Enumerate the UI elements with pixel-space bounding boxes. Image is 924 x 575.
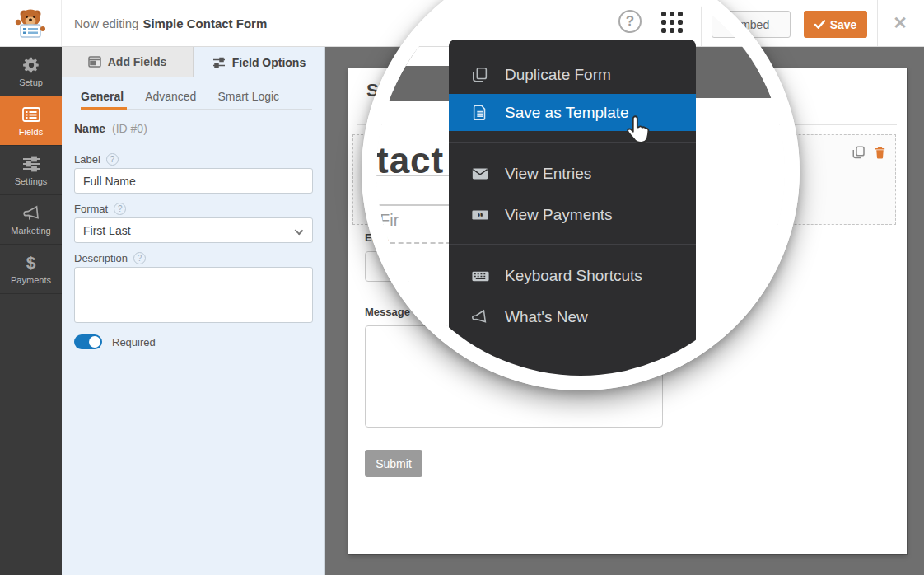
option-subtabs: General Advanced Smart Logic [81,90,279,103]
builder-sidebar: Setup Fields Settings Marketing $ Paymen… [0,47,62,575]
gear-icon [22,55,40,75]
sidebar-item-setup[interactable]: Setup [0,47,62,96]
chevron-down-icon [295,227,304,236]
subtab-advanced[interactable]: Advanced [145,90,196,103]
money-bill-icon: 1 [470,205,490,225]
menu-item-label: Keyboard Shortcuts [505,267,642,285]
field-id: (ID #0) [112,122,147,135]
label-control-label: Label ? [74,153,119,166]
window-icon [88,56,101,68]
duplicate-field-icon[interactable] [852,145,866,160]
menu-divider [449,244,696,245]
check-icon [814,20,825,29]
menu-item-label: View Payments [505,206,613,224]
megaphone-icon [21,203,41,223]
sidebar-item-payments[interactable]: $ Payments [0,245,62,294]
form-actions-grid-icon[interactable] [661,12,683,33]
envelope-icon [470,164,490,184]
sidebar-item-label: Settings [15,176,48,186]
label-input[interactable] [74,168,313,194]
help-icon[interactable]: ? [618,10,642,33]
dollar-icon: $ [26,253,36,273]
message-field-label: Message [365,306,410,318]
field-options-panel: Add Fields Field Options General Advance… [62,47,325,575]
field-heading: Name (ID #0) [74,122,147,135]
form-fields-icon [21,105,41,124]
menu-item-whats-new[interactable]: What's New [449,298,696,336]
delete-field-icon[interactable] [872,145,887,160]
subtab-general[interactable]: General [81,90,124,103]
wpforms-logo [0,0,62,46]
form-actions-dropdown-menu: Duplicate Form Save as Template View Ent… [449,40,696,394]
keyboard-icon [470,266,490,286]
menu-item-label: Duplicate Form [505,66,611,84]
format-select[interactable]: First Last [74,217,313,243]
tab-label: Add Fields [108,55,167,68]
megaphone-icon [470,307,490,327]
now-editing-text: Now editing Simple Contact Form [74,0,267,46]
close-icon[interactable]: ✕ [889,12,911,34]
menu-item-label: Save as Template [505,104,629,122]
help-tooltip-icon[interactable]: ? [133,252,146,264]
save-button-label: Save [830,18,857,31]
menu-item-view-entries[interactable]: View Entries [449,155,696,193]
help-tooltip-icon[interactable]: ? [106,153,119,166]
subtab-smart-logic[interactable]: Smart Logic [217,90,279,103]
menu-item-keyboard-shortcuts[interactable]: Keyboard Shortcuts [449,257,696,295]
menu-item-save-as-template[interactable]: Save as Template [449,94,696,131]
menu-divider [449,142,696,143]
save-button[interactable]: Save [804,11,867,38]
tab-label: Field Options [232,56,306,69]
duplicate-icon [470,65,490,85]
required-label: Required [112,336,156,348]
required-row: Required [74,334,156,349]
sidebar-item-label: Marketing [11,226,50,236]
menu-item-duplicate-form[interactable]: Duplicate Form [449,56,696,94]
embed-button[interactable]: Embed [712,11,791,38]
tab-add-fields[interactable]: Add Fields [62,47,194,77]
editing-form-name: Simple Contact Form [142,16,267,30]
panel-tabs: Add Fields Field Options [62,47,324,77]
sidebar-item-marketing[interactable]: Marketing [0,195,62,245]
sliders-icon [212,57,226,68]
format-selected-value: First Last [83,224,131,237]
menu-item-view-payments[interactable]: 1 View Payments [449,196,696,234]
preview-submit-button[interactable]: Submit [365,450,422,477]
topbar-divider [877,0,878,46]
now-editing-prefix: Now editing [74,16,138,30]
subtab-active-underline [81,107,127,110]
sidebar-item-label: Setup [19,77,43,87]
sidebar-item-settings[interactable]: Settings [0,146,62,195]
description-control-label: Description ? [74,252,146,264]
topbar-divider [701,0,702,46]
sidebar-item-label: Payments [11,275,51,285]
sliders-icon [21,154,41,174]
menu-item-label: What's New [505,308,588,326]
format-control-label: Format ? [74,203,126,215]
sidebar-item-label: Fields [19,127,43,137]
help-tooltip-icon[interactable]: ? [114,203,126,215]
field-name: Name [74,122,105,135]
sidebar-item-fields[interactable]: Fields [0,96,62,146]
file-template-icon [470,103,490,123]
required-toggle[interactable] [74,334,102,349]
tab-field-options[interactable]: Field Options [194,47,324,77]
menu-item-label: View Entries [505,165,591,183]
description-textarea[interactable] [74,267,313,323]
